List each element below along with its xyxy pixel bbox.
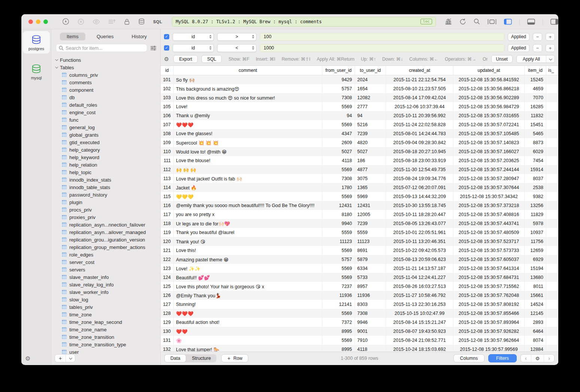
cell-from-user-id[interactable]: 5569 [322, 246, 355, 255]
table-row[interactable]: 117 you are so pretty x 8180 12005 2015-… [161, 210, 558, 219]
cell-to-user-id[interactable]: 3075 [355, 174, 386, 183]
cell-id[interactable]: 132 [161, 345, 174, 352]
table-row[interactable]: 103 Love this dress so much 😍 so nice fo… [161, 93, 558, 102]
sidebar-table-item[interactable]: columns_priv [52, 71, 160, 79]
cell-id[interactable]: 122 [161, 255, 174, 264]
cell-to-user-id[interactable]: 94 [355, 111, 386, 120]
cell-is[interactable] [546, 264, 558, 273]
cell-from-user-id[interactable]: 5757 [322, 84, 355, 93]
cell-updated-at[interactable]: 2015-12-08 15:30:57.373218 [453, 201, 525, 210]
cell-to-user-id[interactable]: 12005 [355, 210, 386, 219]
cell-comment[interactable]: Jacket 🔥 [174, 183, 322, 192]
sidebar-table-item[interactable]: proxies_priv [52, 213, 160, 221]
cell-from-user-id[interactable]: 2609 [322, 138, 355, 147]
cell-to-user-id[interactable]: 8691 [355, 246, 386, 255]
table-row[interactable]: 108 Love the glasses! 4347 7239 2015-08-… [161, 129, 558, 138]
sidebar-table-item[interactable]: default_roles [52, 101, 160, 109]
cell-created-at[interactable]: 2015-08-13 20:59:06.623 [386, 255, 453, 264]
cell-is[interactable] [546, 93, 558, 102]
cell-to-user-id[interactable]: 12431 [355, 201, 386, 210]
cell-from-user-id[interactable]: 12431 [322, 201, 355, 210]
add-filter-button[interactable]: + [546, 44, 555, 52]
cell-from-user-id[interactable]: 5569 [322, 120, 355, 129]
cell-comment[interactable]: Ur legs are to die for🙌🏻💖 [174, 219, 322, 228]
cell-comment[interactable]: Thank u @emily [174, 111, 322, 120]
cell-created-at[interactable]: 2015-08-26 16:03:27.513 [386, 282, 453, 291]
cell-id[interactable]: 113 [161, 174, 174, 183]
cell-item-id[interactable]: 11829 [525, 210, 546, 219]
cell-is[interactable] [546, 120, 558, 129]
cell-item-id[interactable]: 16285 [525, 102, 546, 111]
cell-comment[interactable]: Beautiful!! 💕💕 [174, 273, 322, 282]
cell-from-user-id[interactable]: 8995 [322, 327, 355, 336]
cell-from-user-id[interactable]: 5569 [322, 165, 355, 174]
table-row[interactable]: 121 Love this! 5569 8691 2015-10-22 09:4… [161, 246, 558, 255]
cell-updated-at[interactable]: 2015-12-08 15:30:56.841592 [453, 75, 525, 84]
cell-id[interactable]: 112 [161, 165, 174, 174]
cell-created-at[interactable]: 2015-11-21 22:12:54.754 [386, 75, 453, 84]
cell-created-at[interactable]: 2015-08-24 19:09:34.776 [386, 174, 453, 183]
minimize-window-button[interactable] [36, 19, 40, 24]
sidebar-table-item[interactable]: innodb_index_stats [52, 176, 160, 183]
connection-status-icon[interactable] [62, 18, 69, 25]
table-row[interactable]: 102 This background is amazing😍 5757 165… [161, 84, 558, 93]
cell-item-id[interactable]: 8873 [525, 138, 546, 147]
filter-field-select[interactable]: id [173, 33, 214, 41]
table-row[interactable]: 130 ❤️❤️ 8995 9001 2015-08-07 19:43:50.9… [161, 327, 558, 336]
cell-comment[interactable]: Love this! [174, 246, 322, 255]
cell-updated-at[interactable]: 2015-12-08 15:30:57.715562 [453, 282, 525, 291]
cell-id[interactable]: 116 [161, 201, 174, 210]
sidebar-table-item[interactable]: engine_cost [52, 109, 160, 116]
cell-comment[interactable]: ❤️❤️ [174, 327, 322, 336]
cell-from-user-id[interactable]: 11123 [322, 237, 355, 246]
cell-id[interactable]: 128 [161, 309, 174, 318]
cell-from-user-id[interactable]: 1780 [322, 183, 355, 192]
cell-item-id[interactable]: 7454 [525, 156, 546, 165]
cell-to-user-id[interactable]: 186 [355, 156, 386, 165]
table-row[interactable]: 129 Beautiful action shot! 7372 9946 201… [161, 318, 558, 327]
cell-comment[interactable]: Beautiful action shot! [174, 318, 322, 327]
column-header-item-id[interactable]: item_id [525, 66, 546, 75]
cell-comment[interactable]: 🙌 🙌 🙌 [174, 165, 322, 174]
cell-item-id[interactable]: 11756 [525, 237, 546, 246]
cell-item-id[interactable]: 7070 [525, 93, 546, 102]
chart-icon[interactable] [445, 18, 452, 25]
sidebar-table-item[interactable]: gtid_executed [52, 139, 160, 146]
cell-is[interactable] [546, 309, 558, 318]
sidebar-table-item[interactable]: time_zone_transition_type [52, 341, 160, 348]
cell-from-user-id[interactable]: 7237 [322, 282, 355, 291]
cell-item-id[interactable]: 13256 [525, 201, 546, 210]
tab-history[interactable]: History [125, 33, 154, 40]
cell-is[interactable] [546, 255, 558, 264]
cell-updated-at[interactable]: 2015-12-08 15:30:57.140823 [453, 138, 525, 147]
sidebar-table-item[interactable]: global_grants [52, 131, 160, 139]
cell-updated-at[interactable]: 2015-12-08 15:30:57.244144 [453, 165, 525, 174]
add-row-button[interactable]: + Row [221, 354, 248, 362]
cell-id[interactable]: 118 [161, 219, 174, 228]
cell-created-at[interactable]: 2015-08-10 21:23:57.505 [386, 84, 453, 93]
cell-to-user-id[interactable]: 5559 [355, 228, 386, 237]
cell-updated-at[interactable]: 2015-12-08 15:30:56.984729 [453, 102, 525, 111]
cell-is[interactable] [546, 192, 558, 201]
add-item-dropdown[interactable] [66, 355, 75, 362]
cell-is[interactable] [546, 246, 558, 255]
cell-updated-at[interactable]: 2015-12-08 15:30:57.166027 [453, 147, 525, 156]
cell-created-at[interactable]: 2015-11-30 12:54:49.735 [386, 165, 453, 174]
table-row[interactable]: 128 ❤️❤️❤️ 5569 7308 2015-10-15 10:02:47… [161, 309, 558, 318]
cell-id[interactable]: 125 [161, 282, 174, 291]
cell-created-at[interactable]: 2015-12-06 10:37:39.44 [386, 102, 453, 111]
cell-is[interactable] [546, 237, 558, 246]
cell-is[interactable] [546, 84, 558, 93]
cell-id[interactable]: 108 [161, 129, 174, 138]
cell-to-user-id[interactable]: 4118 [355, 345, 386, 352]
search-input[interactable]: Search for item... [56, 44, 147, 52]
cell-to-user-id[interactable]: 6334 [355, 264, 386, 273]
filter-enabled-checkbox[interactable]: ✓ [164, 34, 169, 39]
cell-item-id[interactable]: 14524 [525, 300, 546, 309]
cell-updated-at[interactable]: 2015-12-08 15:30:57.480509 [453, 228, 525, 237]
apply-all-dropdown[interactable] [546, 55, 555, 63]
cell-to-user-id[interactable]: 4877 [355, 165, 386, 174]
cell-from-user-id[interactable]: 5569 [322, 264, 355, 273]
sidebar-table-item[interactable]: procs_priv [52, 206, 160, 213]
sidebar-table-item[interactable]: server_cost [52, 258, 160, 266]
